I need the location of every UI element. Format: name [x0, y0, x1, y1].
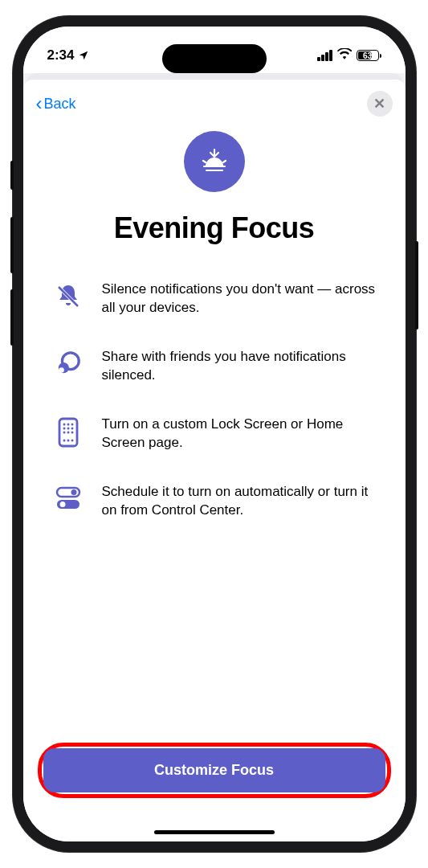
customize-focus-button[interactable]: Customize Focus [43, 748, 385, 792]
svg-point-9 [59, 367, 64, 373]
svg-point-14 [63, 427, 65, 429]
feature-text: Schedule it to turn on automatically or … [102, 483, 377, 520]
sheet-header: ‹ Back ✕ [23, 80, 406, 121]
dynamic-island [162, 44, 267, 73]
feature-item: Turn on a custom Lock Screen or Home Scr… [52, 416, 377, 452]
battery-indicator: 63 [357, 50, 381, 61]
feature-item: Silence notifications you don't want — a… [52, 280, 377, 317]
feature-text: Silence notifications you don't want — a… [102, 280, 377, 317]
modal-sheet: ‹ Back ✕ [23, 80, 406, 841]
svg-point-19 [71, 431, 73, 433]
back-label: Back [44, 96, 76, 113]
svg-point-24 [71, 489, 76, 495]
status-right: 63 [317, 48, 381, 63]
feature-text: Turn on a custom Lock Screen or Home Scr… [102, 416, 377, 452]
svg-point-17 [63, 431, 65, 433]
feature-item: Share with friends you have notification… [52, 348, 377, 385]
svg-point-21 [67, 439, 69, 441]
svg-point-20 [63, 439, 65, 441]
location-icon [78, 50, 89, 61]
sunset-icon [184, 131, 245, 192]
close-button[interactable]: ✕ [367, 91, 393, 117]
svg-point-11 [63, 423, 65, 425]
cta-wrapper: Customize Focus [38, 743, 391, 798]
svg-point-13 [71, 423, 73, 425]
chevron-left-icon: ‹ [36, 94, 43, 113]
phone-screen: 2:34 63 [23, 27, 406, 841]
page-title: Evening Focus [52, 211, 377, 245]
bell-slash-icon [52, 280, 84, 311]
svg-point-16 [71, 427, 73, 429]
svg-point-12 [67, 423, 69, 425]
svg-point-15 [67, 427, 69, 429]
toggle-icon [52, 483, 84, 510]
volume-down-button [10, 289, 14, 346]
wifi-icon [337, 48, 352, 63]
svg-point-22 [71, 439, 73, 441]
feature-item: Schedule it to turn on automatically or … [52, 483, 377, 520]
share-status-icon [52, 348, 84, 377]
back-button[interactable]: ‹ Back [36, 94, 76, 113]
status-time: 2:34 [47, 47, 89, 63]
home-indicator[interactable] [154, 830, 275, 834]
close-icon: ✕ [373, 95, 385, 113]
svg-line-2 [203, 161, 206, 162]
cellular-icon [317, 50, 332, 61]
svg-point-18 [67, 431, 69, 433]
svg-point-26 [59, 502, 65, 507]
highlight-annotation: Customize Focus [38, 743, 391, 798]
feature-list: Silence notifications you don't want — a… [52, 280, 377, 520]
power-button [415, 241, 418, 330]
volume-up-button [10, 217, 14, 273]
content-area: Evening Focus Silence notifications you … [23, 121, 406, 520]
feature-text: Share with friends you have notification… [102, 348, 377, 385]
phone-screen-icon [52, 416, 84, 448]
silence-switch [10, 161, 14, 190]
phone-frame: 2:34 63 [13, 16, 416, 852]
svg-line-3 [223, 161, 226, 162]
